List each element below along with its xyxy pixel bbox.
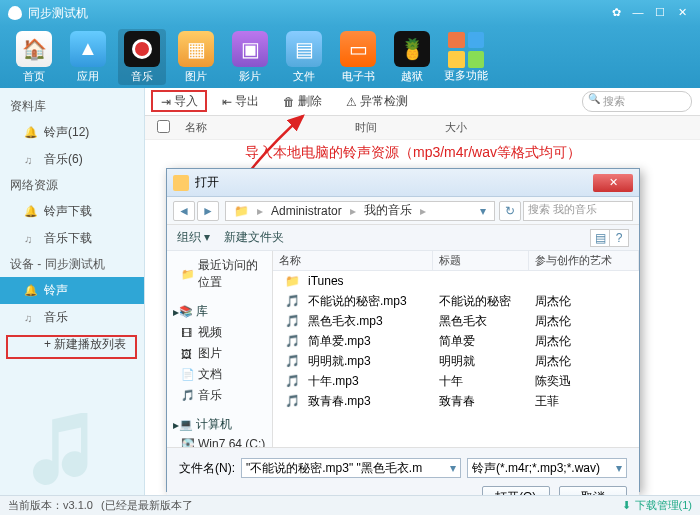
status-bar: 当前版本：v3.1.0 (已经是最新版本了 ⬇ 下载管理(1)	[0, 495, 700, 515]
tree-computer[interactable]: ▸ 💻计算机	[167, 414, 272, 435]
filename-field[interactable]: "不能说的秘密.mp3" "黑色毛衣.m▾	[241, 458, 461, 478]
tab-ebooks[interactable]: ▭电子书	[334, 29, 382, 85]
sidebar-section-device: 设备 - 同步测试机	[0, 252, 144, 277]
annotation-text: 导入本地电脑的铃声资源（mp3/m4r/wav等格式均可）	[245, 144, 581, 162]
folder-icon	[173, 175, 189, 191]
dialog-search-input[interactable]: 搜索 我的音乐	[523, 201, 633, 221]
file-row[interactable]: 🎵黑色毛衣.mp3黑色毛衣周杰伦	[273, 311, 639, 331]
sidebar-item-ringtones[interactable]: 🔔铃声(12)	[0, 119, 144, 146]
trash-icon: 🗑	[283, 95, 295, 109]
sidebar-item-new-playlist[interactable]: + 新建播放列表	[0, 331, 144, 358]
forward-button[interactable]: ►	[197, 201, 219, 221]
organize-button[interactable]: 组织 ▾	[177, 229, 210, 246]
col-filename[interactable]: 名称	[273, 251, 433, 270]
note-icon: ♫	[24, 233, 38, 245]
file-row[interactable]: 🎵十年.mp3十年陈奕迅	[273, 371, 639, 391]
file-row[interactable]: 🎵不能说的秘密.mp3不能说的秘密周杰伦	[273, 291, 639, 311]
dialog-toolbar: 组织 ▾ 新建文件夹 ▤ ?	[167, 225, 639, 251]
col-name[interactable]: 名称	[173, 120, 343, 135]
file-row[interactable]: 🎵简单爱.mp3简单爱周杰伦	[273, 331, 639, 351]
view-mode-button[interactable]: ▤	[590, 229, 610, 247]
tree-music[interactable]: 🎵音乐	[167, 385, 272, 406]
tree-documents[interactable]: 📄文档	[167, 364, 272, 385]
tab-pictures[interactable]: ▦图片	[172, 29, 220, 85]
file-row[interactable]: 🎵明明就.mp3明明就周杰伦	[273, 351, 639, 371]
file-list-header: 名称 标题 参与创作的艺术	[273, 251, 639, 271]
tab-apps[interactable]: ▲应用	[64, 29, 112, 85]
tab-more[interactable]: 更多功能	[442, 29, 490, 85]
tree-recent[interactable]: 📁最近访问的位置	[167, 255, 272, 293]
highlight-import-box	[151, 90, 207, 112]
tab-movies[interactable]: ▣影片	[226, 29, 274, 85]
dialog-titlebar: 打开 ✕	[167, 169, 639, 197]
apple-icon	[8, 6, 22, 20]
bell-icon: 🔔	[24, 205, 38, 218]
help-button[interactable]: ?	[609, 229, 629, 247]
window-title: 同步测试机	[28, 5, 604, 22]
dialog-nav: ◄ ► 📁▸ Administrator▸ 我的音乐▸ ▾ ↻ 搜索 我的音乐	[167, 197, 639, 225]
tab-home[interactable]: 🏠首页	[10, 29, 58, 85]
sidebar-item-music-dl[interactable]: ♫音乐下载	[0, 225, 144, 252]
col-title[interactable]: 标题	[433, 251, 529, 270]
download-manager-link[interactable]: ⬇ 下载管理(1)	[622, 498, 692, 513]
dialog-close-button[interactable]: ✕	[593, 174, 633, 192]
bell-icon: 🔔	[24, 126, 38, 139]
check-button[interactable]: ⚠异常检测	[338, 91, 416, 112]
sidebar-item-dev-music[interactable]: ♫音乐	[0, 304, 144, 331]
col-time[interactable]: 时间	[343, 120, 433, 135]
note-icon: ♫	[24, 312, 38, 324]
filter-combo[interactable]: 铃声(*.m4r;*.mp3;*.wav)▾	[467, 458, 627, 478]
tab-music[interactable]: 音乐	[118, 29, 166, 85]
dialog-title: 打开	[195, 174, 593, 191]
tab-jailbreak[interactable]: 🍍越狱	[388, 29, 436, 85]
maximize-button[interactable]: ☐	[650, 5, 670, 21]
sidebar-section-library: 资料库	[0, 94, 144, 119]
settings-icon[interactable]: ✿	[606, 5, 626, 21]
sidebar-item-music[interactable]: ♫音乐(6)	[0, 146, 144, 173]
breadcrumb[interactable]: 📁▸ Administrator▸ 我的音乐▸ ▾	[225, 201, 495, 221]
tree-libraries[interactable]: ▸ 📚库	[167, 301, 272, 322]
refresh-button[interactable]: ↻	[499, 201, 521, 221]
back-button[interactable]: ◄	[173, 201, 195, 221]
tab-files[interactable]: ▤文件	[280, 29, 328, 85]
sidebar: 资料库 🔔铃声(12) ♫音乐(6) 网络资源 🔔铃声下载 ♫音乐下载 设备 -…	[0, 88, 145, 495]
content-toolbar: ⇥导入 ⇤导出 🗑删除 ⚠异常检测 搜索	[145, 88, 700, 116]
minimize-button[interactable]: —	[628, 5, 648, 21]
warn-icon: ⚠	[346, 95, 357, 109]
version-label: 当前版本：v3.1.0	[8, 498, 93, 513]
open-dialog: 打开 ✕ ◄ ► 📁▸ Administrator▸ 我的音乐▸ ▾ ↻ 搜索 …	[166, 168, 640, 492]
sidebar-item-dev-ringtones[interactable]: 🔔铃声	[0, 277, 144, 304]
file-row[interactable]: 📁iTunes	[273, 271, 639, 291]
bell-icon: 🔔	[24, 284, 38, 297]
main-toolbar: 🏠首页 ▲应用 音乐 ▦图片 ▣影片 ▤文件 ▭电子书 🍍越狱 更多功能	[0, 26, 700, 88]
close-button[interactable]: ✕	[672, 5, 692, 21]
search-input[interactable]: 搜索	[582, 91, 692, 112]
file-row[interactable]: 🎵致青春.mp3致青春王菲	[273, 391, 639, 411]
col-artist[interactable]: 参与创作的艺术	[529, 251, 639, 270]
dialog-tree: 📁最近访问的位置 ▸ 📚库 🎞视频 🖼图片 📄文档 🎵音乐 ▸ 💻计算机 💽Wi…	[167, 251, 273, 447]
col-size[interactable]: 大小	[433, 120, 479, 135]
tree-pictures[interactable]: 🖼图片	[167, 343, 272, 364]
sidebar-section-net: 网络资源	[0, 173, 144, 198]
export-icon: ⇤	[222, 95, 232, 109]
select-all-checkbox[interactable]	[157, 120, 170, 133]
list-header: 名称 时间 大小	[145, 116, 700, 140]
titlebar: 同步测试机 ✿ — ☐ ✕	[0, 0, 700, 26]
tree-videos[interactable]: 🎞视频	[167, 322, 272, 343]
delete-button[interactable]: 🗑删除	[275, 91, 330, 112]
export-button[interactable]: ⇤导出	[214, 91, 267, 112]
version-note: (已经是最新版本了	[101, 498, 193, 513]
dialog-file-list: 名称 标题 参与创作的艺术 📁iTunes🎵不能说的秘密.mp3不能说的秘密周杰…	[273, 251, 639, 447]
sidebar-item-ringtone-dl[interactable]: 🔔铃声下载	[0, 198, 144, 225]
watermark-note-icon	[25, 405, 105, 485]
tree-drive-c[interactable]: 💽Win7 64 (C:)	[167, 435, 272, 447]
new-folder-button[interactable]: 新建文件夹	[224, 229, 284, 246]
note-icon: ♫	[24, 154, 38, 166]
filename-label: 文件名(N):	[179, 460, 235, 477]
